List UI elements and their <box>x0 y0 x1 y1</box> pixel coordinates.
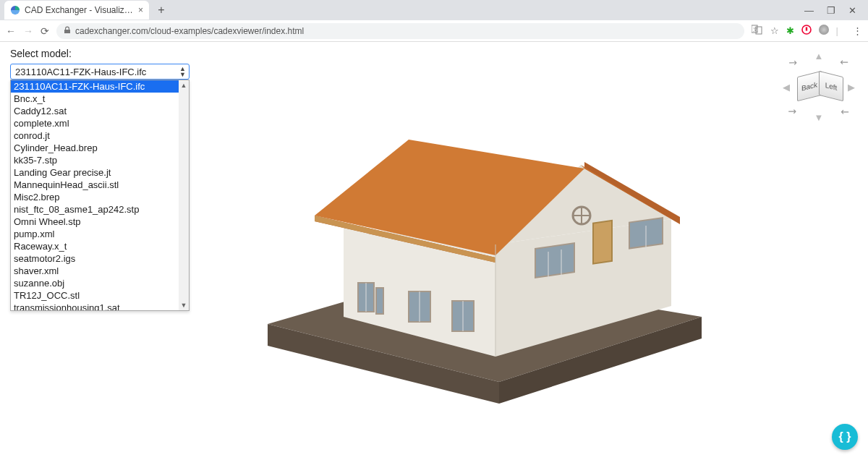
url-text: cadexchanger.com/cloud-examples/cadexvie… <box>75 26 304 36</box>
lock-icon <box>64 26 71 36</box>
model-option[interactable]: Raceway.x_t <box>11 240 189 252</box>
tab-close-icon[interactable]: × <box>138 5 143 15</box>
extension-icon-1[interactable]: ✱ <box>786 25 794 36</box>
model-option[interactable]: Omni Wheel.stp <box>11 216 189 228</box>
viewcube-arrow-down-icon[interactable]: ▼ <box>814 112 824 123</box>
extension-icon-3[interactable] <box>819 25 829 37</box>
viewcube-arrow-up-icon[interactable]: ▲ <box>814 51 824 61</box>
model-option[interactable]: pump.xml <box>11 228 189 240</box>
view-cube[interactable]: ▲ ▼ ◀ ▶ ↘ ↙ ↗ ↖ Back Left <box>783 51 855 123</box>
new-tab-button[interactable]: + <box>153 2 169 18</box>
model-option[interactable]: suzanne.obj <box>11 277 189 289</box>
model-option[interactable]: Misc2.brep <box>11 191 189 203</box>
select-model-label: Select model: <box>10 48 72 59</box>
translate-icon[interactable]: 文 <box>752 25 763 37</box>
address-bar[interactable]: cadexchanger.com/cloud-examples/cadexvie… <box>56 23 744 39</box>
browser-menu-icon[interactable]: ⋮ <box>853 25 862 36</box>
viewcube-corner-ne-icon[interactable]: ↙ <box>838 55 852 69</box>
viewcube-arrow-left-icon[interactable]: ◀ <box>783 82 790 93</box>
model-option[interactable]: transmissionhousing1.sat <box>11 302 189 311</box>
viewcube-face-left[interactable]: Left <box>819 71 843 101</box>
svg-rect-18 <box>376 288 383 314</box>
model-select-value: 231110AC11-FZK-Haus-IFC.ifc <box>15 67 146 77</box>
nav-reload-button[interactable]: ⟳ <box>41 25 49 37</box>
model-option[interactable]: complete.xml <box>11 117 189 129</box>
svg-rect-24 <box>535 243 574 278</box>
page-content: Select model: 231110AC11-FZK-Haus-IFC.if… <box>0 42 868 460</box>
model-option[interactable]: Cylinder_Head.brep <box>11 142 189 154</box>
scroll-down-icon[interactable]: ▼ <box>179 300 189 310</box>
viewcube-corner-sw-icon[interactable]: ↗ <box>786 104 800 119</box>
model-option[interactable]: conrod.jt <box>11 129 189 142</box>
model-option[interactable]: TR12J_OCC.stl <box>11 289 189 302</box>
toolbar-icons: 文 ☆ ✱ | ⋮ <box>752 25 862 37</box>
svg-rect-4 <box>805 27 807 31</box>
viewcube-corner-nw-icon[interactable]: ↘ <box>786 55 800 69</box>
viewport-3d[interactable] <box>246 100 723 404</box>
model-option[interactable]: nist_ftc_08_asme1_ap242.stp <box>11 203 189 216</box>
model-option[interactable]: Landing Gear precise.jt <box>11 166 189 179</box>
dropdown-scrollbar[interactable]: ▲ ▼ <box>179 80 189 310</box>
viewcube-arrow-right-icon[interactable]: ▶ <box>848 82 855 93</box>
select-arrows-icon: ▲▼ <box>179 66 186 77</box>
model-dropdown[interactable]: 231110AC11-FZK-Haus-IFC.ifcBnc.x_tCaddy1… <box>10 80 190 311</box>
browser-toolbar: ← → ⟳ cadexchanger.com/cloud-examples/ca… <box>0 20 868 42</box>
tab-favicon <box>10 5 20 15</box>
nav-forward-button[interactable]: → <box>23 25 33 37</box>
browser-tab[interactable]: CAD Exchanger - Visualize CAD D × <box>4 1 149 20</box>
window-close-icon[interactable]: ✕ <box>848 5 856 16</box>
code-fab-button[interactable]: { } <box>832 424 858 450</box>
svg-rect-29 <box>593 221 612 264</box>
code-braces-icon: { } <box>839 430 851 443</box>
bookmark-star-icon[interactable]: ☆ <box>770 25 779 36</box>
window-minimize-icon[interactable]: — <box>804 5 814 16</box>
extension-icon-2[interactable] <box>801 25 812 37</box>
model-option[interactable]: seatmotor2.igs <box>11 252 189 265</box>
viewcube-face-back[interactable]: Back <box>797 71 822 101</box>
nav-back-button[interactable]: ← <box>6 25 16 37</box>
model-option[interactable]: MannequinHead_ascii.stl <box>11 179 189 191</box>
svg-text:文: 文 <box>753 27 758 32</box>
model-option[interactable]: Caddy12.sat <box>11 105 189 117</box>
browser-tabstrip: CAD Exchanger - Visualize CAD D × + — ❐ … <box>0 0 868 20</box>
viewcube-corner-se-icon[interactable]: ↖ <box>838 104 852 119</box>
model-option[interactable]: shaver.xml <box>11 265 189 277</box>
window-maximize-icon[interactable]: ❐ <box>827 5 835 16</box>
scroll-up-icon[interactable]: ▲ <box>179 80 189 90</box>
model-option[interactable]: 231110AC11-FZK-Haus-IFC.ifc <box>11 80 189 93</box>
tab-title: CAD Exchanger - Visualize CAD D <box>25 5 134 15</box>
model-option[interactable]: kk35-7.stp <box>11 154 189 166</box>
toolbar-divider: | <box>836 25 838 36</box>
model-option[interactable]: Bnc.x_t <box>11 93 189 105</box>
model-select[interactable]: 231110AC11-FZK-Haus-IFC.ifc ▲▼ <box>10 64 190 80</box>
window-controls: — ❐ ✕ <box>804 5 864 16</box>
